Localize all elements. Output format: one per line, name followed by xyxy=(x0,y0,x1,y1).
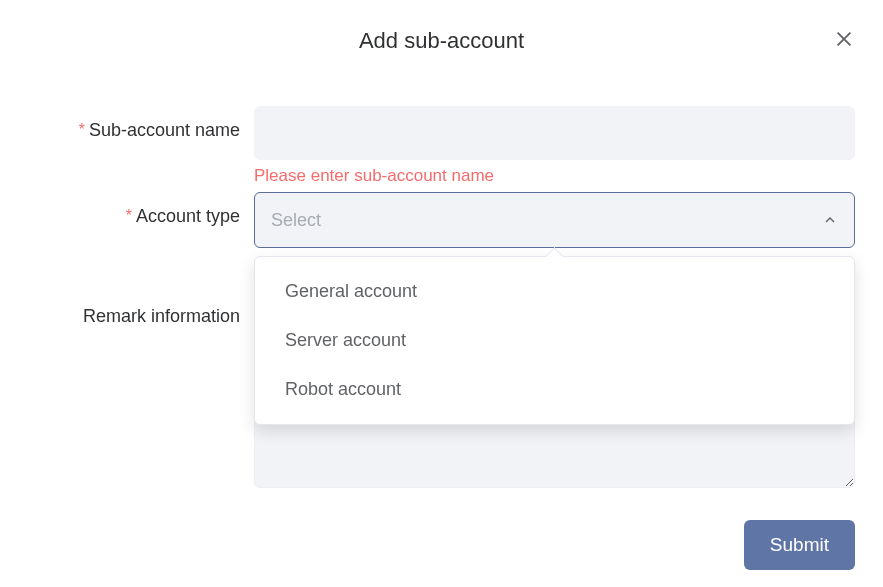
modal-footer: Submit xyxy=(28,520,855,570)
account-type-select[interactable]: Select xyxy=(254,192,855,248)
required-mark: * xyxy=(126,207,132,224)
label-account-type: *Account type xyxy=(28,192,254,227)
account-type-dropdown: General account Server account Robot acc… xyxy=(254,256,855,425)
add-sub-account-modal: Add sub-account *Sub-account name Please… xyxy=(0,0,883,587)
sub-account-name-input[interactable] xyxy=(254,106,855,160)
dropdown-option-robot[interactable]: Robot account xyxy=(255,365,854,414)
field-account-type: Select General account Server account Ro… xyxy=(254,192,855,248)
close-icon xyxy=(833,28,855,50)
label-sub-account-name: *Sub-account name xyxy=(28,106,254,141)
chevron-up-icon xyxy=(822,212,838,228)
label-remark: Remark information xyxy=(28,292,254,327)
submit-button[interactable]: Submit xyxy=(744,520,855,570)
modal-title: Add sub-account xyxy=(28,28,855,54)
required-mark: * xyxy=(79,121,85,138)
modal-header: Add sub-account xyxy=(28,28,855,54)
row-account-type: *Account type Select General account Ser… xyxy=(28,192,855,248)
dropdown-option-general[interactable]: General account xyxy=(255,267,854,316)
sub-account-name-error: Please enter sub-account name xyxy=(254,166,855,186)
field-sub-account-name: Please enter sub-account name xyxy=(254,106,855,192)
close-button[interactable] xyxy=(833,28,855,50)
dropdown-option-server[interactable]: Server account xyxy=(255,316,854,365)
row-sub-account-name: *Sub-account name Please enter sub-accou… xyxy=(28,106,855,192)
account-type-placeholder: Select xyxy=(271,210,321,231)
